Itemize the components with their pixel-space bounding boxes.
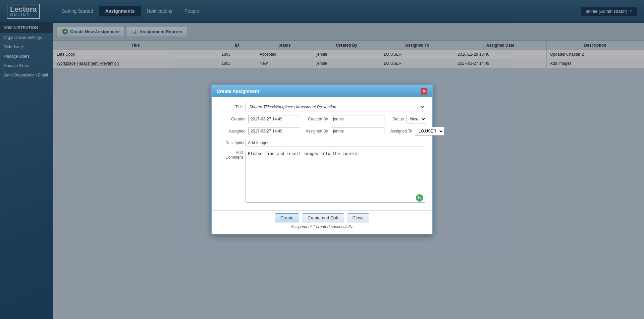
created-row: Created Created By Status New <box>219 115 425 123</box>
assigned-by-label: Assigned By <box>303 129 328 134</box>
title-select[interactable]: Shared Titles/Workplace Harassment Preve… <box>246 103 425 111</box>
comment-textarea[interactable]: Please find and insert images into the c… <box>246 149 425 203</box>
footer-buttons: Create Create and Quit Close <box>275 213 369 222</box>
description-label: Description <box>219 141 246 145</box>
title-field-label: Title <box>219 105 246 109</box>
refresh-icon[interactable]: ↻ <box>416 194 423 202</box>
create-assignment-modal: Create Assignment ✕ Title Shared Titles/… <box>211 85 433 234</box>
created-input[interactable] <box>248 115 300 123</box>
assigned-label: Assigned <box>219 129 246 134</box>
close-button[interactable]: Close <box>347 213 369 222</box>
assigned-input[interactable] <box>248 127 300 135</box>
assigned-by-input[interactable] <box>331 127 384 135</box>
description-row: Description <box>219 139 425 147</box>
modal-close-button[interactable]: ✕ <box>421 88 427 95</box>
created-by-input[interactable] <box>331 115 384 123</box>
create-and-quit-button[interactable]: Create and Quit <box>302 213 344 222</box>
modal-header: Create Assignment ✕ <box>212 85 432 97</box>
comment-section: Add Comment Please find and insert image… <box>219 149 425 204</box>
created-by-label: Created By <box>303 117 328 121</box>
modal-overlay: Create Assignment ✕ Title Shared Titles/… <box>0 0 644 319</box>
modal-body: Title Shared Titles/Workplace Harassment… <box>212 97 432 210</box>
create-button[interactable]: Create <box>275 213 299 222</box>
add-comment-label: Add Comment <box>219 149 246 160</box>
created-label: Created <box>219 117 246 121</box>
status-label: Status <box>387 117 404 121</box>
assigned-to-label: Assigned To <box>387 129 412 134</box>
description-input[interactable] <box>246 139 425 147</box>
comment-area-wrapper: Please find and insert images into the c… <box>246 149 425 204</box>
assigned-to-select[interactable]: LO.USER <box>415 127 444 136</box>
success-message: Assignment 1 created successfully. <box>291 224 354 229</box>
modal-footer: Create Create and Quit Close Assignment … <box>212 210 432 234</box>
assigned-row: Assigned Assigned By Assigned To LO.USER <box>219 127 425 136</box>
status-select[interactable]: New <box>407 115 426 123</box>
title-row: Title Shared Titles/Workplace Harassment… <box>219 103 425 111</box>
modal-title: Create Assignment <box>217 89 259 94</box>
